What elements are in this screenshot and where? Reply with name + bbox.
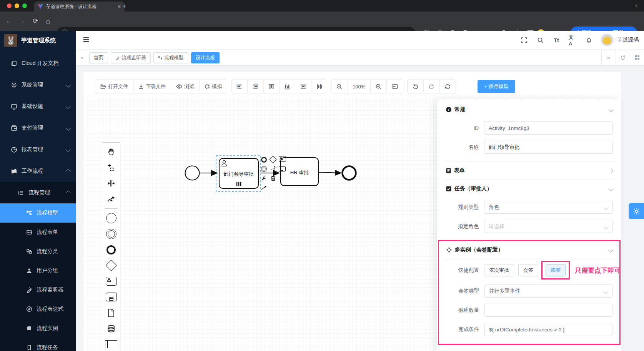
role-select[interactable]: 请选择	[484, 220, 613, 233]
loop-count-input[interactable]	[484, 304, 612, 317]
hand-tool[interactable]	[102, 144, 120, 160]
language-icon[interactable]: 文A	[569, 36, 576, 44]
quick-option-orsign[interactable]: 或签	[546, 264, 566, 276]
create-data-object[interactable]	[102, 305, 120, 321]
zoom-out-button[interactable]	[331, 80, 347, 93]
save-model-button[interactable]: + 保存模型	[478, 80, 515, 93]
create-participant-pool[interactable]	[102, 336, 120, 351]
simulate-button[interactable]: 模拟	[199, 80, 227, 93]
create-data-store[interactable]	[102, 321, 120, 336]
global-connect-tool[interactable]	[102, 191, 120, 207]
align-right-button[interactable]	[247, 80, 263, 93]
create-user-task[interactable]	[102, 273, 120, 289]
reload-button[interactable]: ⟳	[31, 17, 40, 26]
search-icon[interactable]	[536, 36, 544, 44]
pad-change-element[interactable]	[278, 165, 286, 173]
home-button[interactable]: ⌂	[43, 17, 53, 26]
create-end-event[interactable]	[102, 242, 120, 258]
id-input[interactable]	[484, 121, 613, 135]
align-center-vertical-button[interactable]	[311, 80, 327, 93]
notification-bell-icon[interactable]	[585, 36, 592, 44]
completion-condition-input[interactable]	[484, 323, 612, 336]
theme-settings-fab[interactable]	[629, 203, 644, 219]
zoom-in-button[interactable]	[370, 80, 386, 93]
user-avatar[interactable]	[601, 34, 613, 46]
download-file-button[interactable]: 下载文件	[133, 80, 171, 93]
browser-tab[interactable]: 芋道管理系统 - 设计流程 ×	[34, 2, 125, 12]
preview-button[interactable]: 浏览	[171, 80, 199, 93]
rule-type-select[interactable]: 角色	[484, 201, 613, 214]
sidebar-item-report[interactable]: 报表管理	[0, 139, 76, 160]
sidebar-item-process-expression[interactable]: 流程表达式	[0, 299, 76, 319]
sidebar-item-process-model[interactable]: 流程模型	[0, 203, 76, 223]
sidebar-item-process-category[interactable]: 流程分类	[0, 242, 76, 261]
sidebar-item-process-task[interactable]: 流程任务	[0, 338, 76, 351]
open-file-button[interactable]: 打开文件	[95, 80, 133, 93]
sequence-flow-3[interactable]	[318, 172, 341, 173]
create-intermediate-event[interactable]	[102, 226, 120, 242]
align-top-button[interactable]	[263, 80, 279, 93]
space-tool[interactable]	[102, 175, 120, 191]
tab-design-process[interactable]: 设计流程	[191, 52, 220, 63]
tab-process-model[interactable]: 流程模型	[153, 52, 188, 63]
sidebar-item-process-instance[interactable]: 流程实例	[0, 319, 76, 338]
section-form[interactable]: 表单	[446, 162, 613, 180]
pad-append-end-event[interactable]	[260, 156, 268, 163]
macos-minimize-button[interactable]	[15, 3, 19, 8]
countersign-type-select[interactable]: 并行多重事件	[484, 284, 612, 298]
tabstrip-chevron-icon[interactable]: ˅	[633, 3, 639, 9]
pad-append-subprocess[interactable]	[269, 165, 277, 173]
align-bottom-button[interactable]	[279, 80, 295, 93]
zoom-level[interactable]: 100%	[347, 80, 370, 93]
tab-process-listener[interactable]: 流程监听器	[111, 52, 151, 63]
sidebar-item-process-listener[interactable]: 流程监听器	[0, 280, 76, 299]
macos-zoom-button[interactable]	[22, 3, 27, 8]
zoom-reset-button[interactable]	[386, 80, 403, 93]
create-subprocess[interactable]	[102, 289, 120, 305]
font-size-icon[interactable]: Tt	[552, 36, 560, 44]
username[interactable]: 芋道源码	[617, 37, 639, 43]
section-task-assignee[interactable]: 任务（审批人）	[446, 180, 613, 198]
tabs-scroll-left-icon[interactable]: «	[76, 50, 88, 65]
undo-button[interactable]	[408, 80, 423, 93]
sidebar-item-system[interactable]: 系统管理	[0, 74, 76, 96]
pad-wrench-icon[interactable]	[260, 175, 268, 182]
forward-button[interactable]: →	[18, 17, 27, 26]
lasso-tool[interactable]	[102, 160, 120, 175]
tab-home[interactable]: 首页	[89, 52, 108, 63]
align-center-horizontal-button[interactable]	[295, 80, 311, 93]
tab-refresh-icon[interactable]	[616, 50, 630, 65]
create-gateway[interactable]	[102, 258, 120, 273]
sidebar-item-workflow[interactable]: 工作流程	[0, 160, 76, 182]
sidebar-item-pay[interactable]: 支付管理	[0, 117, 76, 139]
quick-option-countersign[interactable]: 会签	[518, 264, 538, 276]
section-general[interactable]: i 常规	[446, 101, 613, 118]
quick-option-sequential[interactable]: 依次审批	[484, 264, 514, 276]
pad-append-intermediate-event[interactable]	[260, 165, 268, 173]
sidebar-item-infra[interactable]: 基础设施	[0, 96, 76, 117]
app-logo-row[interactable]: 🐰 芋道管理系统	[0, 31, 76, 50]
sidebar-item-cloud-docs[interactable]: Cloud 开发文档	[0, 53, 76, 74]
create-start-event[interactable]	[102, 210, 120, 226]
name-input[interactable]	[484, 141, 613, 154]
pad-append-task[interactable]	[278, 155, 286, 163]
tab-layout-grid-icon[interactable]	[630, 50, 644, 65]
task-label[interactable]: HR 审批	[281, 169, 318, 176]
pad-connect-icon[interactable]	[260, 184, 268, 191]
redo-button[interactable]	[423, 80, 439, 93]
tabs-scroll-right-icon[interactable]: »	[601, 50, 616, 65]
sidebar-item-process-form[interactable]: 流程表单	[0, 223, 76, 242]
new-tab-button[interactable]: +	[122, 2, 126, 11]
macos-close-button[interactable]	[7, 3, 12, 8]
fullscreen-icon[interactable]	[520, 36, 528, 44]
end-event[interactable]	[343, 166, 356, 180]
restart-button[interactable]	[439, 80, 456, 93]
pad-append-gateway[interactable]	[269, 156, 277, 163]
sidebar-item-process-mgmt[interactable]: 流程管理	[0, 182, 76, 203]
tab-close-icon[interactable]: ×	[118, 3, 121, 10]
section-multi-instance[interactable]: 多实例（会签配置）	[446, 241, 612, 259]
align-left-button[interactable]	[231, 80, 247, 93]
back-button[interactable]: ←	[5, 17, 14, 26]
start-event[interactable]	[185, 166, 200, 180]
sidebar-collapse-icon[interactable]	[82, 36, 91, 44]
